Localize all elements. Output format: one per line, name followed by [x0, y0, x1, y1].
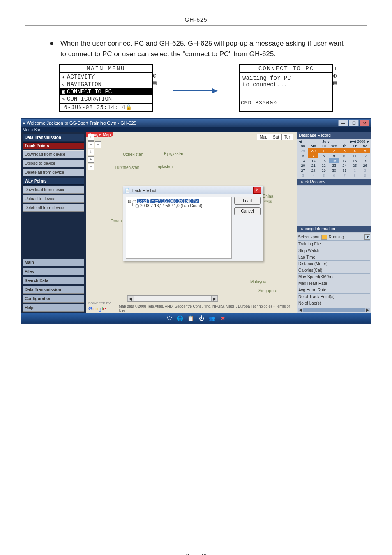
sport-dropdown-button[interactable]: ▾ — [364, 234, 370, 240]
calendar-day[interactable]: 29 — [298, 148, 308, 153]
cancel-button[interactable]: Cancel — [234, 207, 261, 215]
taskbar-close-icon[interactable]: ✖ — [219, 315, 226, 321]
calendar-day[interactable]: 11 — [350, 153, 360, 158]
calendar-day[interactable]: 6 — [298, 153, 308, 158]
calendar-day[interactable]: 17 — [339, 158, 350, 163]
year-prev-button[interactable]: ◀ — [353, 139, 356, 143]
scroll-left-button[interactable]: ◀ — [298, 308, 303, 312]
info-horizontal-scroll[interactable]: ◀ ▶ — [298, 308, 370, 312]
minimize-button[interactable]: — — [338, 120, 348, 126]
close-button[interactable]: ✕ — [360, 120, 369, 126]
calendar-day[interactable]: 5 — [360, 148, 370, 153]
calendar-day[interactable]: 26 — [360, 163, 370, 168]
map-type-ter[interactable]: Ter — [281, 134, 293, 140]
month-prev-button[interactable]: ◀ — [299, 139, 302, 143]
nav-data-transmission[interactable]: Data Transmission — [23, 286, 84, 294]
calendar-day[interactable]: 25 — [350, 163, 360, 168]
dialog-close-button[interactable]: ✕ — [253, 187, 261, 194]
calendar-day[interactable]: 31 — [339, 168, 350, 173]
btn-delete-tracks[interactable]: Delete all from device — [23, 169, 84, 176]
calendar-day[interactable]: 1 — [318, 148, 329, 153]
taskbar-icon[interactable]: 🛡 — [166, 315, 173, 321]
calendar-day[interactable]: 27 — [298, 168, 308, 173]
calendar-day[interactable]: 19 — [360, 158, 370, 163]
calendar-day[interactable]: 28 — [308, 168, 318, 173]
calendar-day[interactable]: 21 — [308, 163, 318, 168]
map-area[interactable]: Google Map ↑ ← → ↓ ＋ － Map Sat Ter Uzbek… — [86, 132, 297, 313]
pan-up-button[interactable]: ↑ — [88, 134, 94, 141]
taskbar-icon[interactable]: ⏻ — [198, 315, 205, 321]
calendar-day[interactable]: 4 — [350, 148, 360, 153]
calendar[interactable]: ◀ July ▶ ◀ 2008 ▶ SuMoTuWeThFrSa29301234… — [297, 139, 371, 179]
calendar-day[interactable]: 24 — [339, 163, 350, 168]
calendar-day[interactable]: 13 — [298, 158, 308, 163]
pan-right-button[interactable]: → — [95, 141, 101, 148]
section-way-points[interactable]: Way Points — [23, 178, 84, 185]
calendar-day[interactable]: 1 — [350, 168, 360, 173]
calendar-day[interactable]: 7 — [308, 153, 318, 158]
menu-item-connect-pc[interactable]: ▣ CONNECT TO PC — [60, 88, 152, 95]
calendar-day[interactable]: 29 — [318, 168, 329, 173]
calendar-day[interactable]: 3 — [298, 173, 308, 178]
calendar-day[interactable]: 7 — [339, 173, 350, 178]
menu-item-configuration[interactable]: ✎ CONFIGURATION — [60, 95, 152, 103]
calendar-day[interactable]: 23 — [329, 163, 339, 168]
calendar-day[interactable]: 2 — [360, 168, 370, 173]
nav-help[interactable]: Help — [23, 304, 84, 312]
btn-delete-waypoints[interactable]: Delete all from device — [23, 204, 84, 212]
calendar-day[interactable]: 16 — [329, 158, 339, 163]
calendar-day[interactable]: 6 — [329, 173, 339, 178]
taskbar-icon[interactable]: 📋 — [187, 315, 194, 321]
calendar-day[interactable]: 8 — [318, 153, 329, 158]
calendar-day[interactable]: 2 — [329, 148, 339, 153]
month-next-button[interactable]: ▶ — [350, 139, 353, 143]
nav-main[interactable]: Main — [23, 259, 84, 266]
calendar-day[interactable]: 20 — [298, 163, 308, 168]
pan-down-button[interactable]: ↓ — [88, 149, 94, 155]
tree-node-track[interactable]: 2008-7-16,14:56:41,0,(Lap Count) — [140, 204, 202, 208]
section-data-transmission[interactable]: Data Transmission — [23, 134, 84, 141]
zoom-in-button[interactable]: ＋ — [88, 156, 94, 163]
nav-configuration[interactable]: Configuration — [23, 295, 84, 303]
menubar[interactable]: Menu Bar — [21, 127, 371, 132]
calendar-day[interactable]: 22 — [318, 163, 329, 168]
scroll-right-button[interactable]: ▶ — [211, 296, 218, 301]
bullet-icon: ● — [49, 38, 54, 59]
scroll-left-button[interactable]: ◀ — [127, 296, 134, 301]
btn-download-tracks[interactable]: Download from device — [23, 150, 84, 158]
calendar-day[interactable]: 18 — [350, 158, 360, 163]
nav-search[interactable]: Search Data — [23, 277, 84, 284]
map-type-map[interactable]: Map — [257, 134, 270, 140]
btn-upload-tracks[interactable]: Upload to device — [23, 160, 84, 167]
calendar-day[interactable]: 12 — [360, 153, 370, 158]
taskbar-icon[interactable]: 👥 — [209, 315, 215, 321]
calendar-day[interactable]: 4 — [308, 173, 318, 178]
year-next-button[interactable]: ▶ — [367, 139, 369, 143]
calendar-day[interactable]: 5 — [318, 173, 329, 178]
calendar-day[interactable]: 30 — [308, 148, 318, 153]
pan-left-button[interactable]: ← — [88, 141, 94, 148]
calendar-day[interactable]: 9 — [360, 173, 370, 178]
calendar-day[interactable]: 14 — [308, 158, 318, 163]
tree-node-loadtime[interactable]: Load Time:7/16/2008 3:01:46 PM — [137, 199, 200, 204]
menu-item-activity[interactable]: ✦ ACTIVITY — [60, 73, 152, 81]
file-tree[interactable]: ⊟ ▢ Load Time:7/16/2008 3:01:46 PM └ ▢ 2… — [126, 197, 232, 259]
calendar-day[interactable]: 30 — [329, 168, 339, 173]
calendar-day[interactable]: 10 — [339, 153, 350, 158]
zoom-out-button[interactable]: － — [88, 164, 94, 170]
load-button[interactable]: Load — [234, 197, 261, 205]
scroll-right-button[interactable]: ▶ — [365, 308, 370, 312]
calendar-day[interactable]: 15 — [318, 158, 329, 163]
menu-item-navigation[interactable]: ↖ NAVIGATION — [60, 81, 152, 88]
map-type-sat[interactable]: Sat — [270, 134, 282, 140]
nav-files[interactable]: Files — [23, 268, 84, 275]
calendar-day[interactable]: 9 — [329, 153, 339, 158]
calendar-day[interactable]: 3 — [339, 148, 350, 153]
btn-download-waypoints[interactable]: Download from device — [23, 186, 84, 194]
taskbar-icon[interactable]: 🌐 — [177, 315, 183, 321]
map-horizontal-scroll[interactable]: ◀ ▶ — [127, 295, 218, 302]
calendar-day[interactable]: 8 — [350, 173, 360, 178]
maximize-button[interactable]: ☐ — [349, 120, 359, 126]
section-track-points[interactable]: Track Points — [23, 142, 84, 149]
btn-upload-waypoints[interactable]: Upload to device — [23, 195, 84, 203]
